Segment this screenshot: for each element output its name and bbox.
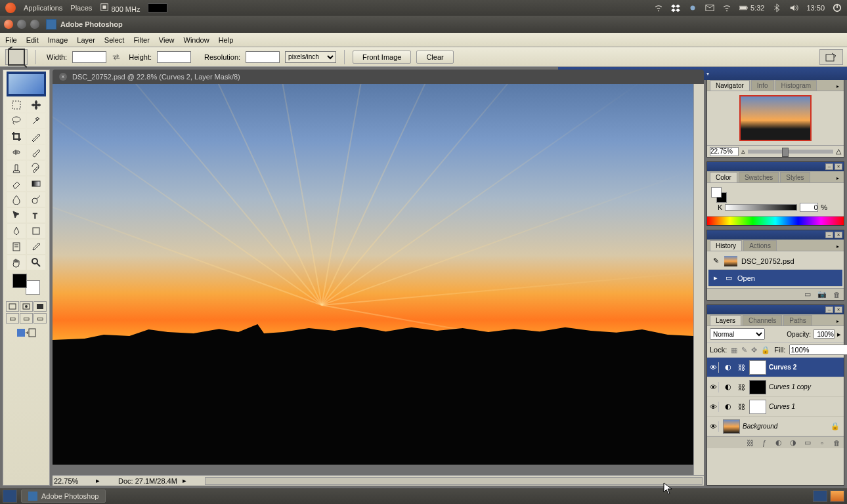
panel-menu-icon[interactable]: ▸ <box>833 173 842 182</box>
crop-tool[interactable] <box>7 129 26 144</box>
brush-tool[interactable] <box>27 145 45 159</box>
quickmask-mode-icon[interactable] <box>20 301 33 312</box>
tab-actions[interactable]: Actions <box>743 240 777 251</box>
clock[interactable]: 13:50 <box>806 4 825 12</box>
tab-navigator[interactable]: Navigator <box>710 80 750 91</box>
width-input[interactable] <box>72 51 106 63</box>
taskbar-app-button[interactable]: Adobe Photoshop <box>21 490 106 503</box>
menu-window[interactable]: Window <box>184 36 209 44</box>
status-chevron-icon[interactable]: ▸ <box>183 476 186 485</box>
show-desktop-button[interactable] <box>3 490 17 503</box>
window-titlebar[interactable]: Adobe Photoshop <box>0 16 847 33</box>
eyedropper-tool[interactable] <box>27 240 45 254</box>
history-brush-source-icon[interactable]: ✎ <box>711 257 720 266</box>
tab-channels[interactable]: Channels <box>743 315 782 326</box>
menu-image[interactable]: Image <box>48 36 68 44</box>
visibility-toggle-icon[interactable]: 👁 <box>708 421 719 432</box>
window-maximize-button[interactable] <box>30 20 39 29</box>
standard-mode-icon[interactable] <box>6 301 19 312</box>
clone-stamp-tool[interactable] <box>7 161 26 175</box>
menu-filter[interactable]: Filter <box>133 36 149 44</box>
lock-image-icon[interactable]: ✎ <box>741 345 747 354</box>
menu-file[interactable]: File <box>5 36 17 44</box>
dodge-tool[interactable] <box>27 192 45 207</box>
navigator-zoom-input[interactable] <box>710 147 739 156</box>
document-tab[interactable]: × DSC_20752.psd @ 22.8% (Curves 2, Layer… <box>53 70 704 84</box>
history-snapshot[interactable]: ✎ DSC_20752.psd <box>708 253 842 270</box>
trash-icon[interactable]: 🗑 <box>832 290 841 299</box>
workspace-switcher-icon[interactable] <box>813 490 827 502</box>
fill-input[interactable] <box>789 345 847 355</box>
screen-mode-icon[interactable] <box>33 301 47 312</box>
panel-close-icon[interactable]: × <box>835 232 842 238</box>
canvas[interactable] <box>53 84 693 465</box>
layer-row[interactable]: 👁 ◐ ⛓ Curves 1 copy <box>707 377 844 397</box>
color-swatches[interactable] <box>12 274 40 295</box>
notes-tool[interactable] <box>7 240 26 254</box>
applications-menu[interactable]: Applications <box>24 4 62 12</box>
link-icon[interactable]: ⛓ <box>736 382 747 392</box>
window-close-button[interactable] <box>4 20 13 29</box>
panel-close-icon[interactable]: × <box>835 163 842 170</box>
link-layers-icon[interactable]: ⛓ <box>745 438 754 448</box>
layer-name[interactable]: Curves 1 <box>769 403 795 410</box>
healing-brush-tool[interactable] <box>7 145 26 159</box>
opacity-flyout-icon[interactable]: ▸ <box>837 330 841 339</box>
layer-mask-thumb[interactable] <box>749 400 766 414</box>
pen-tool[interactable] <box>7 224 26 238</box>
gradient-tool[interactable] <box>27 177 45 191</box>
panel-minimize-icon[interactable]: – <box>825 163 833 170</box>
link-icon[interactable]: ⛓ <box>736 402 747 412</box>
eraser-tool[interactable] <box>7 177 26 191</box>
panel-minimize-icon[interactable]: – <box>825 306 833 313</box>
panel-minimize-icon[interactable]: – <box>825 232 833 238</box>
history-step[interactable]: ▸ ▭ Open <box>708 270 842 287</box>
type-tool[interactable]: T <box>27 208 45 222</box>
menu-edit[interactable]: Edit <box>26 36 39 44</box>
cpu-graph-icon[interactable] <box>148 3 167 12</box>
trash-icon[interactable]: 🗑 <box>832 438 841 448</box>
new-layer-icon[interactable]: ▫ <box>817 438 827 448</box>
history-brush-tool[interactable] <box>27 161 45 175</box>
background-color-swatch[interactable] <box>26 280 40 295</box>
layer-row[interactable]: 👁 ◐ ⛓ Curves 2 <box>707 358 844 377</box>
panel-close-icon[interactable]: × <box>835 306 842 313</box>
tab-styles[interactable]: Styles <box>780 172 810 182</box>
front-image-button[interactable]: Front Image <box>353 51 411 64</box>
color-spectrum[interactable] <box>707 216 844 225</box>
zoom-out-icon[interactable]: ▵ <box>741 147 745 156</box>
zoom-in-icon[interactable]: △ <box>836 147 841 156</box>
trash-applet-icon[interactable] <box>830 490 844 502</box>
k-slider[interactable] <box>725 204 797 211</box>
panel-menu-icon[interactable]: ▸ <box>833 242 842 251</box>
navigator-thumbnail[interactable] <box>739 95 812 141</box>
k-input[interactable] <box>800 203 818 212</box>
path-select-tool[interactable] <box>7 208 26 222</box>
shutdown-icon[interactable] <box>833 3 842 12</box>
lock-position-icon[interactable]: ✥ <box>751 345 757 354</box>
opacity-input[interactable] <box>814 329 835 339</box>
menu-select[interactable]: Select <box>104 36 125 44</box>
layer-thumb[interactable] <box>723 419 740 434</box>
layer-mask-icon[interactable]: ◐ <box>774 438 783 448</box>
vertical-scrollbar[interactable] <box>693 84 704 475</box>
menu-help[interactable]: Help <box>219 36 234 44</box>
new-group-icon[interactable]: ▭ <box>803 438 812 448</box>
wifi-icon[interactable] <box>722 3 731 12</box>
tab-info[interactable]: Info <box>751 80 774 91</box>
zoom-tool[interactable] <box>27 255 45 270</box>
shape-tool[interactable] <box>27 224 45 238</box>
weather-icon[interactable] <box>688 3 697 12</box>
layer-style-icon[interactable]: ƒ <box>760 438 769 448</box>
layer-row[interactable]: 👁 Background 🔒 <box>707 417 844 436</box>
panel-menu-icon[interactable]: ▸ <box>833 81 842 91</box>
tab-color[interactable]: Color <box>710 172 737 182</box>
marquee-tool[interactable] <box>7 98 26 112</box>
ubuntu-logo-icon[interactable] <box>5 3 16 13</box>
blend-mode-select[interactable]: Normal <box>710 328 765 340</box>
new-doc-from-state-icon[interactable]: ▭ <box>803 290 812 299</box>
full-screen-icon[interactable]: ▭ <box>33 313 47 324</box>
tab-layers[interactable]: Layers <box>710 315 741 326</box>
battery-indicator[interactable]: 5:32 <box>739 3 764 12</box>
places-menu[interactable]: Places <box>70 4 92 12</box>
